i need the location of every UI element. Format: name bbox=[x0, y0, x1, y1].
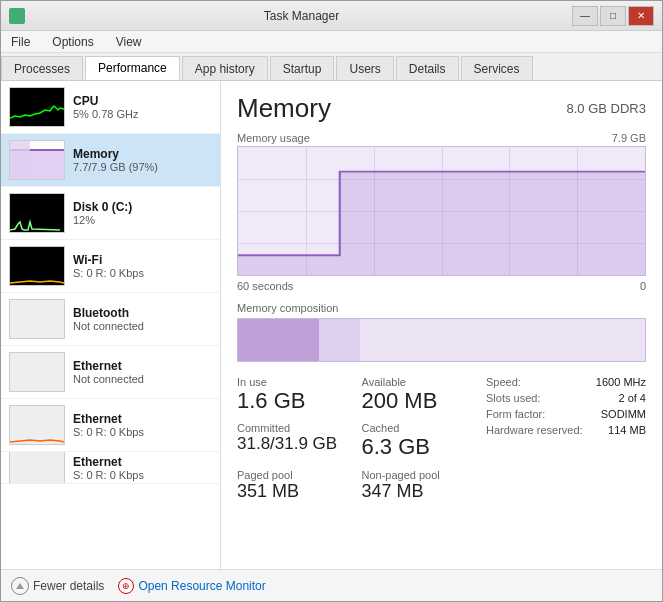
stat-paged-label: Paged pool bbox=[237, 469, 346, 481]
sidebar-item-ethernet1[interactable]: Ethernet Not connected bbox=[1, 346, 220, 399]
panel-subtitle: 8.0 GB DDR3 bbox=[567, 93, 646, 116]
fewer-details-button[interactable]: Fewer details bbox=[11, 577, 104, 595]
info-speed-value: 1600 MHz bbox=[596, 376, 646, 388]
main-content: CPU 5% 0.78 GHz Memory 7.7/7.9 GB (97%) bbox=[1, 81, 662, 569]
chart-time-right: 0 bbox=[640, 280, 646, 292]
ethernet2-label: Ethernet bbox=[73, 412, 212, 426]
tab-services[interactable]: Services bbox=[461, 56, 533, 80]
open-monitor-label: Open Resource Monitor bbox=[138, 579, 265, 593]
tab-app-history[interactable]: App history bbox=[182, 56, 268, 80]
info-hwres-value: 114 MB bbox=[608, 424, 646, 436]
wifi-info: Wi-Fi S: 0 R: 0 Kbps bbox=[73, 253, 212, 279]
chart-label-row: Memory usage 7.9 GB bbox=[237, 132, 646, 144]
sidebar-item-ethernet3[interactable]: Ethernet S: 0 R: 0 Kbps bbox=[1, 452, 220, 484]
tab-users[interactable]: Users bbox=[336, 56, 393, 80]
svg-rect-2 bbox=[10, 141, 30, 179]
sidebar-item-disk[interactable]: Disk 0 (C:) 12% bbox=[1, 187, 220, 240]
chart-time-row: 60 seconds 0 bbox=[237, 280, 646, 292]
tab-details[interactable]: Details bbox=[396, 56, 459, 80]
info-form-label: Form factor: bbox=[486, 408, 545, 420]
sidebar-item-cpu[interactable]: CPU 5% 0.78 GHz bbox=[1, 81, 220, 134]
disk-info: Disk 0 (C:) 12% bbox=[73, 200, 212, 226]
window-controls: — □ ✕ bbox=[572, 6, 654, 26]
tab-startup[interactable]: Startup bbox=[270, 56, 335, 80]
stat-nonpaged: Non-paged pool 347 MB bbox=[362, 469, 471, 503]
panel-title: Memory bbox=[237, 93, 331, 124]
ethernet2-stat: S: 0 R: 0 Kbps bbox=[73, 426, 212, 438]
memory-stat: 7.7/7.9 GB (97%) bbox=[73, 161, 212, 173]
stat-cached-value: 6.3 GB bbox=[362, 434, 471, 460]
stat-committed-label: Committed bbox=[237, 422, 346, 434]
fewer-details-icon bbox=[11, 577, 29, 595]
info-speed: Speed: 1600 MHz bbox=[486, 376, 646, 388]
memory-info: Memory 7.7/7.9 GB (97%) bbox=[73, 147, 212, 173]
memory-usage-chart bbox=[237, 146, 646, 276]
chart-max: 7.9 GB bbox=[612, 132, 646, 144]
wifi-label: Wi-Fi bbox=[73, 253, 212, 267]
app-icon bbox=[9, 8, 25, 24]
stat-nonpaged-value: 347 MB bbox=[362, 481, 471, 503]
menu-options[interactable]: Options bbox=[46, 33, 99, 51]
bluetooth-stat: Not connected bbox=[73, 320, 212, 332]
svg-rect-5 bbox=[319, 319, 360, 361]
info-hwres-label: Hardware reserved: bbox=[486, 424, 583, 436]
wifi-stat: S: 0 R: 0 Kbps bbox=[73, 267, 212, 279]
stat-cached: Cached 6.3 GB bbox=[362, 422, 471, 460]
window-title: Task Manager bbox=[31, 9, 572, 23]
menu-view[interactable]: View bbox=[110, 33, 148, 51]
svg-rect-4 bbox=[238, 319, 319, 361]
sidebar-item-bluetooth[interactable]: Bluetooth Not connected bbox=[1, 293, 220, 346]
cpu-stat: 5% 0.78 GHz bbox=[73, 108, 212, 120]
bluetooth-label: Bluetooth bbox=[73, 306, 212, 320]
memory-thumbnail bbox=[9, 140, 65, 180]
fewer-details-label: Fewer details bbox=[33, 579, 104, 593]
info-hwres: Hardware reserved: 114 MB bbox=[486, 424, 646, 436]
stats-grid: In use 1.6 GB Available 200 MB Committed… bbox=[237, 376, 470, 502]
bluetooth-info: Bluetooth Not connected bbox=[73, 306, 212, 332]
disk-label: Disk 0 (C:) bbox=[73, 200, 212, 214]
stat-cached-label: Cached bbox=[362, 422, 471, 434]
info-form-value: SODIMM bbox=[601, 408, 646, 420]
svg-rect-6 bbox=[360, 319, 645, 361]
close-button[interactable]: ✕ bbox=[628, 6, 654, 26]
svg-marker-3 bbox=[238, 172, 645, 275]
sidebar-item-wifi[interactable]: Wi-Fi S: 0 R: 0 Kbps bbox=[1, 240, 220, 293]
cpu-info: CPU 5% 0.78 GHz bbox=[73, 94, 212, 120]
right-info: Speed: 1600 MHz Slots used: 2 of 4 Form … bbox=[486, 376, 646, 502]
comp-section-label: Memory composition bbox=[237, 302, 646, 314]
sidebar: CPU 5% 0.78 GHz Memory 7.7/7.9 GB (97%) bbox=[1, 81, 221, 569]
up-arrow-icon bbox=[16, 583, 24, 589]
info-slots-value: 2 of 4 bbox=[618, 392, 646, 404]
chart-time-left: 60 seconds bbox=[237, 280, 293, 292]
menu-file[interactable]: File bbox=[5, 33, 36, 51]
tab-performance[interactable]: Performance bbox=[85, 56, 180, 80]
sidebar-item-memory[interactable]: Memory 7.7/7.9 GB (97%) bbox=[1, 134, 220, 187]
stat-in-use-label: In use bbox=[237, 376, 346, 388]
stats-section: In use 1.6 GB Available 200 MB Committed… bbox=[237, 376, 646, 502]
menubar: File Options View bbox=[1, 31, 662, 53]
info-speed-label: Speed: bbox=[486, 376, 521, 388]
memory-chart-svg bbox=[238, 147, 645, 275]
disk-stat: 12% bbox=[73, 214, 212, 226]
info-slots-label: Slots used: bbox=[486, 392, 540, 404]
ethernet1-label: Ethernet bbox=[73, 359, 212, 373]
stat-available: Available 200 MB bbox=[362, 376, 471, 414]
task-manager-window: Task Manager — □ ✕ File Options View Pro… bbox=[0, 0, 663, 602]
titlebar: Task Manager — □ ✕ bbox=[1, 1, 662, 31]
minimize-button[interactable]: — bbox=[572, 6, 598, 26]
tabbar: Processes Performance App history Startu… bbox=[1, 53, 662, 81]
sidebar-item-ethernet2[interactable]: Ethernet S: 0 R: 0 Kbps bbox=[1, 399, 220, 452]
cpu-label: CPU bbox=[73, 94, 212, 108]
open-resource-monitor-button[interactable]: ⊕ Open Resource Monitor bbox=[118, 578, 265, 594]
footer: Fewer details ⊕ Open Resource Monitor bbox=[1, 569, 662, 601]
ethernet2-info: Ethernet S: 0 R: 0 Kbps bbox=[73, 412, 212, 438]
stat-paged-value: 351 MB bbox=[237, 481, 346, 503]
tab-processes[interactable]: Processes bbox=[1, 56, 83, 80]
ethernet3-thumbnail bbox=[9, 452, 65, 484]
info-form: Form factor: SODIMM bbox=[486, 408, 646, 420]
maximize-button[interactable]: □ bbox=[600, 6, 626, 26]
memory-composition-chart bbox=[237, 318, 646, 362]
disk-thumbnail bbox=[9, 193, 65, 233]
stat-paged: Paged pool 351 MB bbox=[237, 469, 346, 503]
ethernet1-info: Ethernet Not connected bbox=[73, 359, 212, 385]
